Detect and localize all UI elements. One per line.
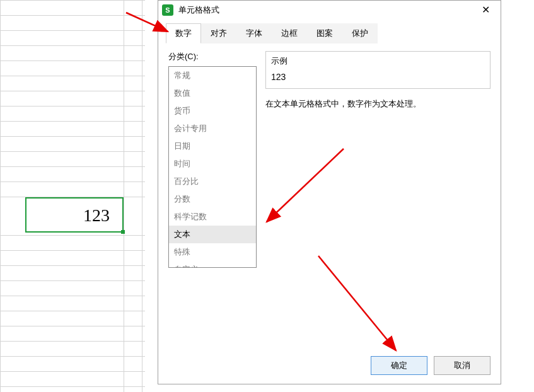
category-currency[interactable]: 货币 xyxy=(169,102,256,120)
tab-number[interactable]: 数字 xyxy=(166,23,201,43)
dialog-body: 分类(C): 常规 数值 货币 会计专用 日期 时间 百分比 分数 科学记数 文… xyxy=(158,43,501,268)
category-special[interactable]: 特殊 xyxy=(169,243,256,261)
example-value: 123 xyxy=(271,72,485,82)
category-general[interactable]: 常规 xyxy=(169,67,256,84)
category-scientific[interactable]: 科学记数 xyxy=(169,208,256,226)
category-percentage[interactable]: 百分比 xyxy=(169,173,256,190)
category-label: 分类(C): xyxy=(168,51,257,62)
tab-alignment[interactable]: 对齐 xyxy=(201,23,236,43)
category-accounting[interactable]: 会计专用 xyxy=(169,120,256,137)
format-cells-dialog: S 单元格格式 ✕ 数字 对齐 字体 边框 图案 保护 分类(C): 常规 数值… xyxy=(158,0,501,384)
category-fraction[interactable]: 分数 xyxy=(169,190,256,208)
tab-border[interactable]: 边框 xyxy=(272,23,307,43)
category-time[interactable]: 时间 xyxy=(169,155,256,173)
detail-column: 示例 123 在文本单元格格式中，数字作为文本处理。 xyxy=(265,51,490,268)
category-text[interactable]: 文本 xyxy=(169,226,256,243)
category-column: 分类(C): 常规 数值 货币 会计专用 日期 时间 百分比 分数 科学记数 文… xyxy=(168,51,257,268)
cancel-button[interactable]: 取消 xyxy=(434,356,490,375)
category-date[interactable]: 日期 xyxy=(169,137,256,155)
close-icon: ✕ xyxy=(482,5,490,15)
tab-protection[interactable]: 保护 xyxy=(342,23,378,43)
ok-button[interactable]: 确定 xyxy=(371,356,427,375)
tab-font[interactable]: 字体 xyxy=(236,23,272,43)
cell-value: 123 xyxy=(83,205,110,226)
tab-patterns[interactable]: 图案 xyxy=(307,23,342,43)
tabstrip: 数字 对齐 字体 边框 图案 保护 xyxy=(158,20,501,43)
category-number[interactable]: 数值 xyxy=(169,84,256,102)
category-custom[interactable]: 自定义 xyxy=(169,261,256,268)
button-row: 确定 取消 xyxy=(371,356,490,375)
format-description: 在文本单元格格式中，数字作为文本处理。 xyxy=(265,98,490,110)
category-list[interactable]: 常规 数值 货币 会计专用 日期 时间 百分比 分数 科学记数 文本 特殊 自定… xyxy=(168,66,257,268)
titlebar: S 单元格格式 ✕ xyxy=(158,1,501,20)
example-box: 示例 123 xyxy=(265,51,490,89)
dialog-title: 单元格格式 xyxy=(178,4,474,16)
app-icon: S xyxy=(162,4,173,16)
example-label: 示例 xyxy=(271,55,485,67)
close-button[interactable]: ✕ xyxy=(474,2,497,18)
